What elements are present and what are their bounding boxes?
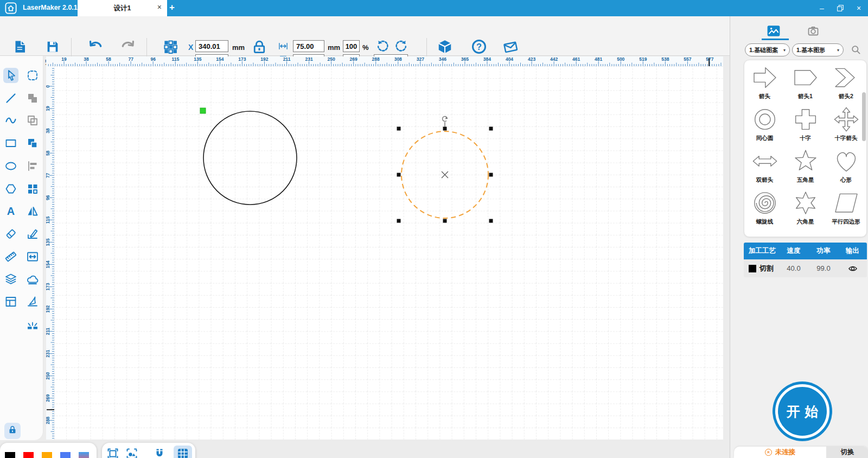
svg-text:115: 115 — [46, 216, 50, 224]
cloud-tool[interactable] — [25, 271, 40, 287]
width-percent-input[interactable] — [343, 40, 360, 52]
shape-select-tool[interactable] — [124, 446, 139, 458]
svg-text:250: 250 — [328, 56, 335, 62]
gallery-tab[interactable] — [767, 24, 781, 40]
outline-tool[interactable] — [25, 113, 40, 128]
shape-item-heart[interactable]: 心形 — [826, 144, 866, 186]
camera-tab[interactable] — [807, 24, 820, 40]
svg-text:38: 38 — [46, 128, 50, 133]
color-swatch-1[interactable] — [5, 452, 15, 458]
selection-handle[interactable] — [489, 127, 493, 131]
selection-handle[interactable] — [397, 127, 401, 131]
color-swatch-4[interactable] — [60, 452, 71, 458]
design-canvas[interactable] — [54, 66, 723, 440]
selection-handle[interactable] — [397, 219, 401, 223]
shape-item-double-arrow[interactable]: 双箭头 — [744, 144, 785, 186]
save-icon — [44, 39, 61, 57]
color-swatch-5[interactable] — [79, 452, 89, 458]
x-position-input[interactable] — [195, 40, 228, 52]
new-tab-button[interactable]: + — [169, 2, 175, 13]
ruler-tool[interactable] — [3, 249, 18, 264]
layers-tool[interactable] — [3, 271, 18, 287]
start-button[interactable]: 开始 — [775, 384, 829, 438]
blank-icon — [792, 231, 819, 237]
restore-icon — [836, 4, 845, 12]
shape-item-spiral[interactable]: 螺旋线 — [744, 186, 785, 227]
polygon-tool[interactable] — [3, 181, 18, 196]
svg-text:19: 19 — [61, 56, 67, 62]
svg-text:481: 481 — [595, 56, 602, 62]
weld-tool[interactable] — [25, 91, 40, 106]
magnet-tool[interactable] — [152, 446, 167, 458]
eraser-tool[interactable] — [3, 226, 18, 241]
rotate-ccw-button[interactable] — [376, 39, 390, 55]
close-button[interactable]: × — [850, 0, 868, 16]
output-toggle[interactable] — [838, 264, 867, 273]
tool-sidebar: A — [0, 56, 43, 440]
mirror-tool[interactable] — [25, 203, 40, 219]
svg-text:231: 231 — [305, 56, 312, 62]
width-unit-label: mm — [328, 43, 340, 52]
stretch-tool[interactable] — [25, 249, 40, 264]
grid-snap-tool[interactable] — [174, 446, 192, 458]
shape-item-arrow-pentagon[interactable]: 箭头1 — [785, 60, 826, 102]
select-tool[interactable] — [3, 68, 18, 83]
home-button[interactable] — [5, 2, 17, 14]
selection-handle[interactable] — [443, 219, 447, 223]
star-6-icon — [792, 189, 819, 217]
explode-tool[interactable] — [25, 317, 40, 332]
color-swatch-2[interactable] — [23, 452, 34, 458]
category-dropdown-1[interactable]: 1.基础图案▾ — [745, 43, 790, 56]
gallery-scrollbar[interactable] — [862, 92, 866, 141]
svg-text:96: 96 — [46, 195, 50, 200]
concentric-circles-icon — [751, 106, 778, 133]
color-swatch-3[interactable] — [42, 452, 52, 458]
shape-item-star-6[interactable]: 六角星 — [785, 186, 826, 227]
shape-item-arrow-chevron[interactable]: 箭头2 — [826, 60, 866, 102]
rectangle-tool[interactable] — [3, 136, 18, 151]
shape-item-star-5[interactable]: 五角星 — [785, 144, 826, 186]
shape-item-arrow-right[interactable]: 箭头 — [744, 60, 785, 102]
angle-edit-tool[interactable] — [25, 226, 40, 241]
pen-tool[interactable] — [25, 294, 40, 309]
shape-item-concentric-circles[interactable]: 同心圆 — [744, 102, 785, 144]
document-tab[interactable]: 设计1 × — [78, 0, 167, 16]
shape-item-parallelogram[interactable]: 平行四边形 — [826, 186, 866, 227]
shape-item-cross[interactable]: 十字 — [785, 102, 826, 144]
frame-tool[interactable] — [105, 446, 120, 458]
svg-text:211: 211 — [46, 327, 50, 335]
svg-text:?: ? — [476, 42, 482, 52]
layer-color-swatch — [749, 265, 756, 272]
process-row[interactable]: 切割 40.0 99.0 — [744, 259, 867, 277]
tab-close-icon[interactable]: × — [157, 3, 162, 11]
selection-handle[interactable] — [443, 127, 447, 131]
array-tool[interactable] — [25, 181, 40, 196]
line-tool[interactable] — [3, 91, 18, 106]
search-icon[interactable] — [851, 44, 861, 57]
restore-button[interactable] — [831, 0, 850, 16]
tab-label: 设计1 — [114, 4, 131, 13]
selection-handle[interactable] — [489, 173, 493, 177]
selection-handle[interactable] — [489, 219, 493, 223]
table-tool[interactable] — [3, 294, 18, 309]
category-dropdown-2[interactable]: 1.基本图形▾ — [792, 43, 844, 56]
svg-text:461: 461 — [572, 56, 580, 62]
cube-icon — [437, 39, 453, 57]
align-tool[interactable] — [25, 158, 40, 174]
canvas-lock-button[interactable] — [4, 423, 21, 439]
width-input[interactable] — [293, 40, 324, 52]
svg-text:A: A — [7, 205, 15, 217]
text-tool[interactable]: A — [3, 203, 18, 219]
connection-statusbar: ✕ 未连接 切换 — [734, 447, 868, 458]
combine-tool[interactable] — [25, 136, 40, 151]
selection-handle[interactable] — [397, 173, 401, 177]
rotate-cw-button[interactable] — [394, 39, 408, 55]
ellipse-tool[interactable] — [3, 158, 18, 174]
process-power: 99.0 — [809, 264, 838, 272]
minimize-button[interactable]: – — [813, 0, 831, 16]
connection-status[interactable]: ✕ 未连接 — [734, 447, 826, 458]
switch-device-button[interactable]: 切换 — [826, 447, 868, 458]
node-select-tool[interactable] — [25, 68, 40, 83]
curve-tool[interactable] — [3, 113, 18, 128]
shape-item-cross-arrow[interactable]: 十字箭头 — [826, 102, 866, 144]
